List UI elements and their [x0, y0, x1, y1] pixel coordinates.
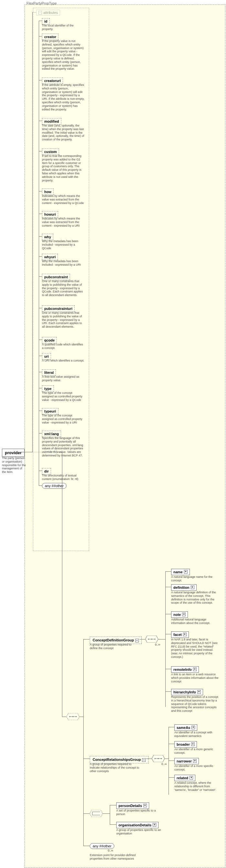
connector: [39, 21, 39, 486]
any-element-desc: Extension point for provider-defined pro…: [90, 854, 141, 861]
name-element[interactable]: name+: [171, 569, 190, 575]
provider-element[interactable]: provider: [2, 449, 25, 457]
attr-qcode-desc: A qualified code which identifies a conc…: [42, 343, 85, 350]
attr-why-desc: Why the metadata has been included - exp…: [42, 240, 85, 250]
connector: [165, 587, 171, 587]
attr-type[interactable]: type: [42, 385, 54, 392]
expand-icon: +: [182, 613, 186, 616]
attr-qcode[interactable]: qcode: [42, 337, 57, 343]
attr-why[interactable]: why: [42, 234, 53, 240]
attr-literal[interactable]: literal: [42, 369, 56, 376]
persondetails-element[interactable]: personDetails+: [116, 803, 149, 809]
attr-howuri-desc: Indicates by which means the value was e…: [42, 217, 85, 227]
connector: [39, 411, 42, 411]
connector: [39, 486, 42, 486]
related-element[interactable]: related+: [174, 775, 195, 781]
attr-pubconstraint[interactable]: pubconstraint: [42, 274, 70, 280]
provider-label: provider: [5, 450, 22, 455]
expand-icon: +: [143, 804, 147, 807]
connector: [39, 214, 42, 214]
attr-uri-desc: A URI which identifies a concept.: [42, 359, 85, 363]
attr-literal-desc: A free-text value assigned as property v…: [42, 375, 85, 382]
choice-compositor[interactable]: [90, 810, 103, 817]
related-desc: A related concept, where the relationshi…: [174, 781, 223, 792]
connector: [21, 452, 28, 452]
definition-element[interactable]: definition+: [171, 584, 197, 591]
organisationdetails-element[interactable]: organisationDetails+: [116, 822, 159, 828]
expand-icon: +: [191, 726, 195, 729]
attr-how-desc: Indicates by which means the value was e…: [42, 194, 85, 205]
expand-icon: +: [153, 823, 156, 827]
attr-custom[interactable]: custom: [42, 149, 59, 155]
provider-desc: The party (person or organisation) respo…: [2, 457, 27, 474]
content-sequence-compositor[interactable]: [66, 713, 79, 720]
organisationdetails-desc: A group of properties specific to an org…: [116, 828, 165, 835]
connector: [165, 634, 171, 634]
attr-modified[interactable]: modified: [42, 118, 61, 125]
definition-sequence[interactable]: [145, 636, 158, 643]
facet-element[interactable]: facet+: [171, 631, 189, 638]
attr-xmllang[interactable]: xml:lang: [42, 431, 61, 437]
concept-relationships-group-desc: A group of properties required to indica…: [90, 763, 141, 773]
expand-icon: −: [142, 758, 146, 762]
connector: [165, 669, 171, 669]
hierarchyinfo-element[interactable]: hierarchyInfo+: [171, 689, 203, 695]
attr-pubconstrainturi-desc: One or many constraints that apply to pu…: [42, 311, 85, 329]
connector: [103, 813, 110, 814]
attr-id[interactable]: id: [42, 18, 50, 25]
connector: [165, 758, 168, 759]
connector: [39, 21, 42, 21]
attr-pubconstrainturi[interactable]: pubconstrainturi: [42, 305, 74, 312]
attr-type-desc: The type of the concept assigned as cont…: [42, 391, 85, 402]
attr-xmllang-desc: Specifies the language of this property …: [42, 436, 85, 457]
any-attribute-wildcard[interactable]: any ##other: [42, 483, 66, 489]
connector: [39, 191, 42, 191]
attr-whyuri[interactable]: whyuri: [42, 254, 58, 260]
broader-element[interactable]: broader+: [174, 741, 197, 748]
expand-icon: +: [191, 742, 195, 746]
attr-typeuri[interactable]: typeuri: [42, 408, 59, 414]
type-name-label: FlexPartyPropType: [27, 1, 57, 5]
sameas-element[interactable]: sameAs+: [174, 724, 197, 731]
hierarchyinfo-desc: Represents the position of a concept in …: [171, 695, 220, 713]
connector: [139, 639, 145, 640]
attr-id-desc: The local identifier of the property.: [42, 24, 81, 31]
connector: [83, 639, 90, 640]
attr-dir[interactable]: dir: [42, 468, 51, 474]
any-element-wildcard[interactable]: any ##other: [90, 843, 114, 849]
connector: [165, 571, 166, 707]
expand-icon: +: [193, 668, 197, 671]
narrower-element[interactable]: narrower+: [174, 758, 199, 764]
name-desc: A natural language name for the concept.: [171, 575, 220, 582]
remoteinfo-element[interactable]: remoteInfo+: [171, 666, 199, 673]
connector: [83, 846, 90, 846]
attr-typeuri-desc: The type of the concept assigned as cont…: [42, 414, 85, 424]
connector: [110, 805, 116, 805]
connector: [110, 805, 110, 825]
connector: [165, 691, 171, 692]
note-element[interactable]: note+: [171, 611, 188, 618]
connector: [168, 727, 174, 727]
relationships-sequence[interactable]: [152, 755, 165, 762]
connector: [165, 571, 171, 572]
attr-creator[interactable]: creator: [42, 34, 59, 40]
connector: [39, 340, 42, 340]
connector: [39, 471, 42, 471]
connector: [62, 452, 62, 717]
connector: [39, 236, 42, 237]
attr-custom-desc: If set to true the corresponding propert…: [42, 154, 85, 182]
attr-creatoruri[interactable]: creatoruri: [42, 78, 63, 84]
connector: [83, 639, 84, 846]
connector: [83, 813, 90, 814]
connector: [165, 614, 171, 614]
broader-desc: An identifier of a more generic concept.: [174, 748, 223, 755]
expand-icon: +: [193, 759, 197, 763]
connector: [39, 308, 42, 308]
remoteinfo-desc: A link to an item or a web resource whic…: [171, 673, 220, 683]
attr-howuri[interactable]: howuri: [42, 211, 58, 218]
connector: [39, 80, 42, 81]
note-desc: Additional natural language information …: [171, 618, 220, 625]
connector: [39, 356, 42, 356]
attr-how[interactable]: how: [42, 188, 54, 195]
attr-uri[interactable]: uri: [42, 353, 51, 360]
